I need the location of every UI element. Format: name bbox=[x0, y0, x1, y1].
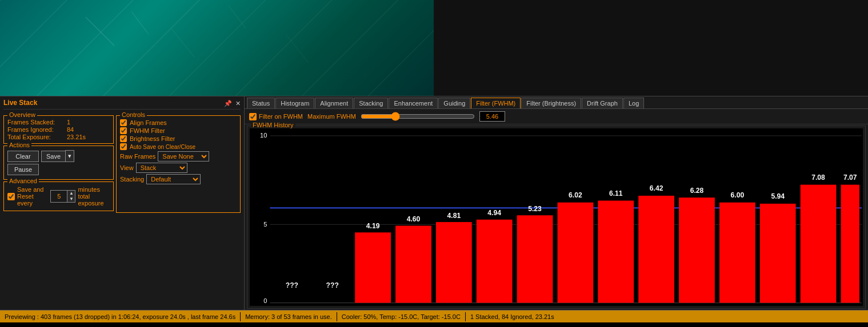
filter-on-fwhm-label: Filter on FWHM bbox=[259, 113, 303, 120]
auto-save-checkbox[interactable] bbox=[120, 143, 127, 150]
status-segment-2: Memory: 3 of 53 frames in use. bbox=[241, 312, 337, 321]
status-segment-3: Cooler: 50%, Temp: -15.0C, Target: -15.0… bbox=[337, 312, 466, 321]
tab-stacking[interactable]: Stacking bbox=[354, 98, 388, 108]
chart-inner: 10 5 0 ??? ??? bbox=[250, 128, 863, 306]
overview-label: Overview bbox=[7, 111, 37, 118]
frames-ignored-value: 84 bbox=[67, 126, 74, 133]
stacking-select[interactable]: Default Kappa-Sigma Average bbox=[146, 174, 201, 184]
fwhm-value-display: 5.46 bbox=[479, 111, 505, 122]
tab-filter-brightness[interactable]: Filter (Brightness) bbox=[521, 98, 581, 108]
raw-frames-select[interactable]: Save None Save All Save Good bbox=[158, 151, 209, 162]
save-reset-checkbox[interactable] bbox=[7, 193, 15, 200]
brightness-filter-label: Brightness Filter bbox=[130, 135, 175, 142]
svg-text:???: ??? bbox=[326, 281, 339, 289]
total-exposure-label: Total Exposure: bbox=[7, 134, 65, 140]
svg-text:10: 10 bbox=[260, 132, 267, 139]
svg-rect-26 bbox=[558, 203, 594, 303]
filter-on-fwhm-checkbox[interactable] bbox=[249, 113, 257, 120]
save-dropdown-button[interactable]: ▾ bbox=[65, 150, 74, 162]
svg-rect-36 bbox=[760, 204, 796, 303]
fwhm-controls: Filter on FWHM Maximum FWHM 5.46 bbox=[245, 109, 868, 124]
advanced-label: Advanced bbox=[7, 177, 39, 184]
controls-label: Controls bbox=[120, 111, 147, 118]
svg-rect-28 bbox=[598, 201, 634, 303]
svg-text:???: ??? bbox=[286, 281, 298, 289]
advanced-section: Advanced Save and Reset every ▲ ▼ minute… bbox=[3, 181, 114, 211]
save-reset-label: Save and Reset every bbox=[17, 186, 48, 207]
stacking-label: Stacking bbox=[120, 176, 144, 183]
align-frames-checkbox[interactable] bbox=[120, 119, 127, 126]
save-button-group: Save ▾ bbox=[41, 150, 74, 162]
actions-label: Actions bbox=[7, 142, 31, 148]
svg-line-2 bbox=[171, 29, 194, 57]
svg-text:6.28: 6.28 bbox=[690, 186, 704, 194]
status-segment-1: Previewing : 403 frames (13 dropped) in … bbox=[0, 312, 241, 321]
maximum-fwhm-label: Maximum FWHM bbox=[307, 113, 356, 120]
pause-button[interactable]: Pause bbox=[7, 164, 39, 175]
svg-rect-22 bbox=[477, 220, 513, 303]
svg-text:0: 0 bbox=[263, 297, 267, 304]
svg-rect-18 bbox=[395, 226, 431, 303]
svg-rect-30 bbox=[638, 196, 674, 303]
status-bar: Previewing : 403 frames (13 dropped) in … bbox=[0, 310, 868, 322]
svg-text:5.23: 5.23 bbox=[528, 204, 542, 212]
tabs-bar: Status Histogram Alignment Stacking Enha… bbox=[245, 96, 868, 109]
tab-log[interactable]: Log bbox=[623, 98, 644, 108]
svg-line-0 bbox=[86, 17, 114, 46]
save-reset-value-input[interactable] bbox=[51, 192, 67, 200]
tab-histogram[interactable]: Histogram bbox=[275, 98, 314, 108]
svg-line-1 bbox=[131, 11, 149, 34]
app-title: Live Stack bbox=[3, 99, 37, 107]
frames-stacked-value: 1 bbox=[67, 119, 70, 126]
top-images bbox=[0, 0, 868, 96]
svg-text:5.94: 5.94 bbox=[771, 192, 785, 200]
svg-text:7.07: 7.07 bbox=[843, 173, 857, 181]
svg-rect-20 bbox=[436, 222, 472, 303]
svg-text:4.60: 4.60 bbox=[407, 215, 421, 223]
controls-section: Controls Align Frames FWHM Filter Bright… bbox=[116, 115, 241, 213]
svg-rect-24 bbox=[517, 215, 553, 302]
svg-text:5: 5 bbox=[263, 220, 267, 227]
pin-icon[interactable]: 📌 bbox=[224, 100, 232, 107]
fwhm-filter-checkbox[interactable] bbox=[120, 127, 127, 134]
chart-container: FWHM History 10 5 0 ??? bbox=[247, 126, 866, 309]
main-area: Live Stack 📌 ✕ Overview Frames Stacked: … bbox=[0, 96, 868, 310]
save-reset-input-wrapper: ▲ ▼ bbox=[50, 190, 75, 203]
svg-rect-34 bbox=[719, 203, 755, 303]
overview-section: Overview Frames Stacked: 1 Frames Ignore… bbox=[3, 115, 114, 144]
chart-svg: 10 5 0 ??? ??? bbox=[250, 128, 863, 306]
svg-rect-38 bbox=[801, 185, 837, 303]
tab-filter-fwhm[interactable]: Filter (FWHM) bbox=[471, 98, 521, 108]
close-icon[interactable]: ✕ bbox=[235, 100, 241, 107]
tab-drift-graph[interactable]: Drift Graph bbox=[582, 98, 623, 108]
frames-stacked-label: Frames Stacked: bbox=[7, 119, 65, 126]
svg-text:6.00: 6.00 bbox=[731, 191, 745, 199]
clear-button[interactable]: Clear bbox=[7, 151, 39, 162]
brightness-filter-checkbox[interactable] bbox=[120, 135, 127, 142]
total-exposure-value: 23.21s bbox=[67, 134, 86, 140]
view-label: View bbox=[120, 164, 134, 171]
preview-right bbox=[434, 0, 868, 96]
tab-guiding[interactable]: Guiding bbox=[438, 98, 470, 108]
tab-alignment[interactable]: Alignment bbox=[315, 98, 353, 108]
tab-enhancement[interactable]: Enhancement bbox=[389, 98, 438, 108]
tab-status[interactable]: Status bbox=[247, 98, 275, 108]
svg-text:4.94: 4.94 bbox=[487, 209, 501, 217]
svg-text:6.42: 6.42 bbox=[650, 184, 663, 192]
svg-line-3 bbox=[229, 6, 246, 29]
preview-left bbox=[0, 0, 434, 96]
right-panel: Status Histogram Alignment Stacking Enha… bbox=[245, 96, 868, 310]
chart-title: FWHM History bbox=[251, 122, 295, 128]
svg-rect-32 bbox=[679, 197, 715, 302]
svg-text:4.81: 4.81 bbox=[447, 211, 461, 219]
fwhm-filter-label: FWHM Filter bbox=[130, 127, 165, 134]
view-select[interactable]: Stack Single Aligned bbox=[136, 163, 187, 173]
save-button[interactable]: Save bbox=[41, 151, 65, 162]
spin-controls: ▲ ▼ bbox=[67, 191, 75, 202]
spin-down-button[interactable]: ▼ bbox=[67, 196, 75, 202]
fwhm-slider[interactable] bbox=[361, 112, 475, 121]
svg-rect-16 bbox=[355, 232, 391, 302]
svg-rect-40 bbox=[841, 185, 859, 303]
svg-text:6.02: 6.02 bbox=[569, 191, 582, 199]
spin-up-button[interactable]: ▲ bbox=[67, 191, 75, 196]
